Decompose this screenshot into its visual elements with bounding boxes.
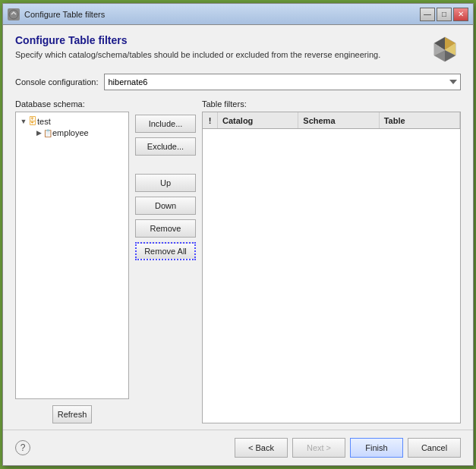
table-header: ! Catalog Schema Table bbox=[203, 112, 460, 129]
table-label: Table filters: bbox=[202, 99, 461, 109]
title-bar: Configure Table filters — □ ✕ bbox=[3, 4, 473, 25]
minimize-button[interactable]: — bbox=[420, 8, 435, 21]
folder-icon-test: 🗄 bbox=[28, 116, 37, 127]
svg-point-0 bbox=[9, 10, 18, 19]
dialog-title: Configure Table filters bbox=[15, 34, 421, 46]
tree-expand-employee[interactable]: ▶ bbox=[34, 128, 43, 137]
maximize-button[interactable]: □ bbox=[437, 8, 452, 21]
table-body bbox=[203, 129, 460, 423]
finish-button[interactable]: Finish bbox=[350, 438, 403, 458]
table-icon-employee: 📋 bbox=[43, 129, 52, 137]
col-exclamation: ! bbox=[203, 112, 218, 128]
tree-item-test[interactable]: ▼ 🗄 test bbox=[19, 115, 125, 127]
config-label: Console configuration: bbox=[15, 77, 98, 87]
col-schema: Schema bbox=[298, 112, 379, 128]
right-panel: Table filters: ! Catalog Schema Table bbox=[202, 99, 461, 423]
table-container: ! Catalog Schema Table bbox=[202, 112, 461, 423]
down-button[interactable]: Down bbox=[135, 197, 196, 215]
bottom-bar: ? < Back Next > Finish Cancel bbox=[3, 430, 473, 465]
close-button[interactable]: ✕ bbox=[453, 8, 468, 21]
tree-child-employee: ▶ 📋 employee bbox=[34, 127, 125, 138]
remove-all-button[interactable]: Remove All bbox=[135, 242, 196, 260]
tree-node-test: test bbox=[37, 117, 51, 126]
middle-panel: Include... Exclude... Up Down Remove Rem… bbox=[135, 99, 196, 423]
header-text: Configure Table filters Specify which ca… bbox=[15, 34, 421, 61]
col-table: Table bbox=[380, 112, 460, 128]
dialog-header: Configure Table filters Specify which ca… bbox=[15, 34, 461, 66]
next-button[interactable]: Next > bbox=[292, 438, 345, 458]
tree-expand-test[interactable]: ▼ bbox=[19, 117, 28, 126]
back-button[interactable]: < Back bbox=[235, 438, 288, 458]
left-panel: Database schema: ▼ 🗄 test ▶ 📋 employee bbox=[15, 99, 129, 423]
tree-node-employee: employee bbox=[52, 128, 89, 137]
refresh-button[interactable]: Refresh bbox=[52, 405, 93, 423]
dialog-content: Configure Table filters Specify which ca… bbox=[3, 25, 473, 430]
main-window: Configure Table filters — □ ✕ Configure … bbox=[2, 3, 474, 466]
tree-label: Database schema: bbox=[15, 99, 129, 109]
remove-button[interactable]: Remove bbox=[135, 219, 196, 238]
dialog-description: Specify which catalog/schema/tables shou… bbox=[15, 49, 421, 61]
exclude-button[interactable]: Exclude... bbox=[135, 137, 196, 156]
tree-item-employee[interactable]: ▶ 📋 employee bbox=[34, 127, 125, 138]
logo-icon bbox=[429, 34, 461, 66]
config-row: Console configuration: hibernate6 bbox=[15, 74, 461, 90]
window-controls: — □ ✕ bbox=[420, 8, 468, 21]
cancel-button[interactable]: Cancel bbox=[408, 438, 461, 458]
main-area: Database schema: ▼ 🗄 test ▶ 📋 employee bbox=[15, 99, 461, 423]
window-title: Configure Table filters bbox=[24, 10, 420, 19]
console-config-select[interactable]: hibernate6 bbox=[104, 74, 461, 90]
col-catalog: Catalog bbox=[218, 112, 298, 128]
window-icon bbox=[8, 8, 20, 20]
tree-container[interactable]: ▼ 🗄 test ▶ 📋 employee bbox=[15, 112, 129, 399]
include-button[interactable]: Include... bbox=[135, 115, 196, 133]
up-button[interactable]: Up bbox=[135, 174, 196, 192]
help-icon[interactable]: ? bbox=[15, 440, 30, 455]
